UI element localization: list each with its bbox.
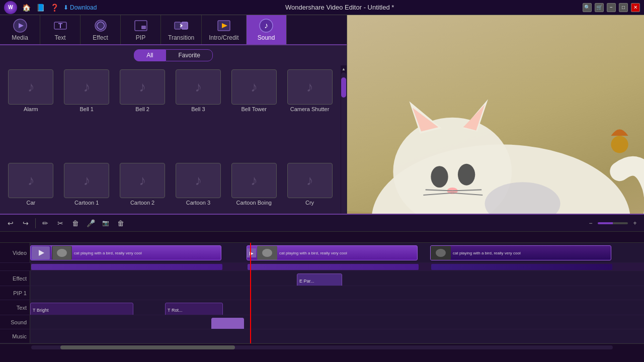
effect-clip-1[interactable]: E Par... — [297, 274, 342, 286]
track-text: Text T Bright T Rot... — [0, 300, 644, 315]
minimize-btn[interactable]: − — [607, 3, 616, 12]
sound-bell-tower[interactable]: ♪ Bell Tower — [227, 67, 281, 159]
sound-bell3[interactable]: ♪ Bell 3 — [172, 67, 225, 159]
track-music-label: Music — [0, 329, 30, 343]
text-icon: T — [52, 18, 68, 33]
svg-point-40 — [436, 249, 446, 257]
h-scroll-thumb[interactable] — [60, 345, 235, 349]
video-sub-track — [0, 263, 644, 271]
tab-media[interactable]: Media — [0, 15, 40, 44]
svg-text:♪: ♪ — [264, 21, 268, 30]
sound-alarm[interactable]: ♪ Alarm — [4, 67, 58, 159]
alarm-thumb: ♪ — [8, 69, 53, 105]
video-thumb-1b — [52, 246, 72, 260]
scroll-thumb[interactable] — [341, 77, 346, 98]
cut-btn[interactable]: ✂ — [54, 217, 67, 230]
zoom-slider[interactable] — [598, 222, 628, 224]
titlebar-left: W 🏠 📘 ❓ ⬇ Download — [4, 1, 97, 14]
edit-btn[interactable]: ✏ — [39, 217, 52, 230]
tab-intro-credit[interactable]: Intro/Credit — [202, 15, 246, 44]
facebook-icon[interactable]: 📘 — [35, 3, 45, 13]
redo-btn[interactable]: ↪ — [19, 217, 32, 230]
track-video-label: Video — [0, 243, 30, 262]
svg-point-36 — [57, 249, 67, 257]
undo-btn[interactable]: ↩ — [4, 217, 17, 230]
zoom-out-icon[interactable]: − — [586, 218, 596, 228]
close-btn[interactable]: ✕ — [631, 3, 640, 12]
maximize-btn[interactable]: □ — [619, 3, 628, 12]
sound-icon: ♪ — [258, 18, 274, 33]
video-clip-2-label: cat playing with a bird, really very coo… — [277, 251, 349, 255]
track-pip1-label: PIP 1 — [0, 286, 30, 300]
svg-rect-6 — [141, 26, 146, 29]
sound-camera-shutter[interactable]: ♪ Camera Shutter — [283, 67, 337, 159]
track-text-content[interactable]: T Bright T Rot... — [30, 300, 644, 315]
tab-sound[interactable]: ♪ Sound — [247, 15, 287, 44]
track-pip1-content[interactable] — [30, 286, 644, 300]
playhead — [250, 243, 251, 343]
video-clip-1[interactable]: cat playing with a bird, really very coo… — [30, 245, 221, 260]
track-pip1: PIP 1 — [0, 286, 644, 300]
bell-tower-thumb: ♪ — [231, 69, 277, 105]
filter-all-btn[interactable]: All — [134, 49, 166, 61]
cartoon2-thumb: ♪ — [120, 163, 165, 198]
track-sound: Sound — [0, 315, 644, 329]
tab-text[interactable]: T Text — [40, 15, 80, 44]
bell1-thumb: ♪ — [64, 69, 109, 105]
search-btn[interactable]: 🔍 — [583, 3, 592, 12]
video-clip-3-label: cat playing with a bird, really very coo… — [451, 251, 523, 255]
track-text-label: Text — [0, 300, 30, 315]
pip-icon — [133, 18, 149, 33]
scroll-up-btn[interactable]: ▲ — [341, 65, 347, 72]
video-sub-clip-1 — [31, 264, 222, 270]
h-scroll-track[interactable] — [31, 345, 613, 349]
window-title: Wondershare Video Editor - Untitled * — [97, 4, 583, 11]
timeline-toolbar: ↩ ↪ ✏ ✂ 🗑 🎤 📷 🗑 − + — [0, 215, 644, 232]
track-sound-content[interactable] — [30, 315, 644, 329]
timeline-body: Video cat playing with a bird, really ve… — [0, 243, 644, 343]
transition-icon — [173, 18, 189, 33]
sound-bell1[interactable]: ♪ Bell 1 — [60, 67, 114, 159]
cart-btn[interactable]: 🛒 — [595, 3, 604, 12]
video-thumb-2 — [257, 246, 277, 260]
track-video-content[interactable]: cat playing with a bird, really very coo… — [30, 243, 644, 262]
help-icon[interactable]: ❓ — [49, 3, 59, 13]
cartoon1-thumb: ♪ — [64, 163, 109, 198]
track-effect-content[interactable]: E Par... — [30, 271, 644, 286]
cartoon-boing-thumb: ♪ — [231, 163, 277, 198]
cry-thumb: ♪ — [287, 163, 333, 198]
text-clip-1[interactable]: T Bright — [30, 303, 133, 315]
home-icon[interactable]: 🏠 — [21, 3, 31, 13]
track-music-content[interactable] — [30, 329, 644, 343]
tab-effect[interactable]: Effect — [80, 15, 121, 44]
snapshot-btn[interactable]: 📷 — [99, 217, 112, 230]
video-thumb-1 — [31, 246, 51, 260]
filter-favorite-btn[interactable]: Favorite — [166, 49, 212, 61]
track-music: Music — [0, 329, 644, 343]
track-video: Video cat playing with a bird, really ve… — [0, 243, 644, 263]
mic-btn[interactable]: 🎤 — [84, 217, 97, 230]
download-btn[interactable]: ⬇ Download — [63, 4, 97, 11]
camera-shutter-thumb: ♪ — [287, 69, 333, 105]
sound-bell2[interactable]: ♪ Bell 2 — [116, 67, 170, 159]
text-clip-2[interactable]: T Rot... — [165, 303, 223, 315]
video-clip-3[interactable]: cat playing with a bird, really very coo… — [430, 245, 611, 260]
track-effect-label: Effect — [0, 271, 30, 286]
media-icon — [12, 18, 28, 33]
svg-point-32 — [611, 136, 628, 153]
titlebar-controls: 🔍 🛒 − □ ✕ — [583, 3, 640, 12]
video-clip-2[interactable]: ▶ cat playing with a bird, really very c… — [247, 245, 418, 260]
trash-btn[interactable]: 🗑 — [114, 217, 127, 230]
tab-bar: Media T Text Effect PIP — [0, 15, 347, 45]
sound-clip-1[interactable] — [211, 318, 244, 329]
timeline-scrollbar[interactable] — [0, 343, 644, 350]
track-sound-label: Sound — [0, 315, 30, 329]
titlebar: W 🏠 📘 ❓ ⬇ Download Wondershare Video Edi… — [0, 0, 644, 15]
effect-icon — [93, 18, 109, 33]
bell3-thumb: ♪ — [176, 69, 221, 105]
tab-pip[interactable]: PIP — [121, 15, 161, 44]
tab-transition[interactable]: Transition — [161, 15, 202, 44]
intro-icon — [216, 18, 232, 33]
zoom-in-icon[interactable]: + — [630, 218, 640, 228]
delete-btn[interactable]: 🗑 — [69, 217, 82, 230]
